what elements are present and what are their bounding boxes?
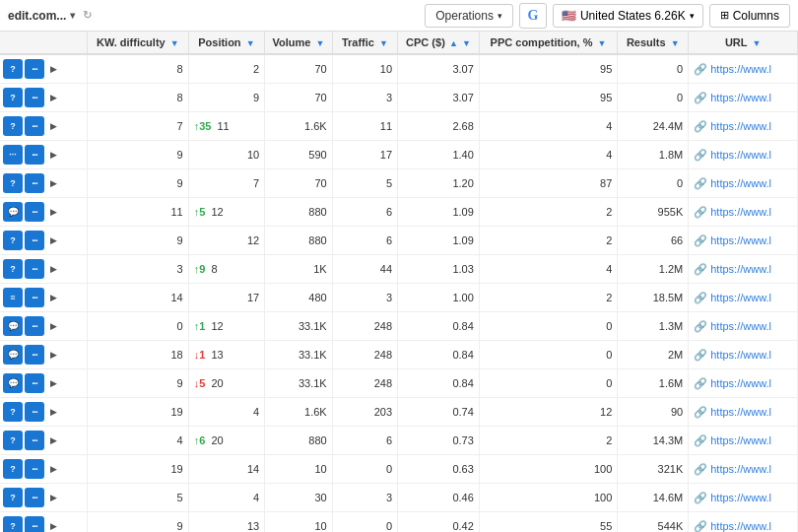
- row-more-btn[interactable]: ···: [25, 259, 44, 279]
- url-link[interactable]: https://www.l: [710, 120, 771, 132]
- row-expand-btn[interactable]: ▶: [46, 402, 60, 422]
- ppc-filter-icon[interactable]: ▼: [598, 38, 607, 48]
- row-expand-btn[interactable]: ▶: [46, 173, 60, 193]
- cell-url[interactable]: 🔗https://www.l: [689, 54, 798, 84]
- row-icon-1[interactable]: ?: [3, 231, 23, 250]
- row-icon-1[interactable]: ?: [3, 431, 23, 450]
- cell-url[interactable]: 🔗https://www.l: [689, 369, 798, 398]
- row-icon-1[interactable]: ?: [3, 488, 23, 507]
- row-icon-1[interactable]: ?: [3, 88, 23, 107]
- url-filter-icon[interactable]: ▼: [752, 38, 761, 48]
- row-expand-btn[interactable]: ▶: [46, 145, 60, 165]
- cell-url[interactable]: 🔗https://www.l: [689, 455, 798, 484]
- row-more-btn[interactable]: ···: [25, 402, 44, 422]
- url-link[interactable]: https://www.l: [710, 92, 771, 103]
- url-link[interactable]: https://www.l: [710, 177, 771, 189]
- row-icon-1[interactable]: ?: [3, 116, 23, 136]
- row-icon-1[interactable]: 💬: [3, 345, 23, 365]
- th-kw-difficulty[interactable]: KW. difficulty ▼: [88, 32, 189, 54]
- row-expand-btn[interactable]: ▶: [46, 516, 60, 532]
- cpc-sort-down[interactable]: ▼: [462, 38, 471, 48]
- row-icon-1[interactable]: ···: [3, 145, 23, 165]
- cell-url[interactable]: 🔗https://www.l: [689, 112, 798, 141]
- row-expand-btn[interactable]: ▶: [46, 316, 60, 336]
- row-expand-btn[interactable]: ▶: [46, 373, 60, 393]
- kw-filter-icon[interactable]: ▼: [170, 38, 179, 48]
- cell-url[interactable]: 🔗https://www.l: [689, 284, 798, 312]
- url-link[interactable]: https://www.l: [710, 149, 771, 161]
- row-icon-1[interactable]: ?: [3, 173, 23, 193]
- operations-button[interactable]: Operations ▾: [425, 4, 513, 28]
- cell-url[interactable]: 🔗https://www.l: [689, 169, 798, 198]
- row-more-btn[interactable]: ···: [25, 373, 44, 393]
- row-expand-btn[interactable]: ▶: [46, 345, 60, 365]
- row-more-btn[interactable]: ···: [25, 145, 44, 165]
- row-expand-btn[interactable]: ▶: [46, 59, 60, 79]
- cpc-sort-up[interactable]: ▲: [449, 38, 458, 48]
- traffic-filter-icon[interactable]: ▼: [379, 38, 388, 48]
- cell-url[interactable]: 🔗https://www.l: [689, 512, 798, 533]
- row-expand-btn[interactable]: ▶: [46, 431, 60, 450]
- url-link[interactable]: https://www.l: [710, 434, 771, 446]
- th-ppc[interactable]: PPC competition, % ▼: [479, 32, 617, 54]
- row-expand-btn[interactable]: ▶: [46, 202, 60, 222]
- cell-url[interactable]: 🔗https://www.l: [689, 398, 798, 427]
- cell-url[interactable]: 🔗https://www.l: [689, 341, 798, 369]
- url-link[interactable]: https://www.l: [710, 292, 771, 303]
- row-icon-1[interactable]: 💬: [3, 202, 23, 222]
- url-link[interactable]: https://www.l: [710, 377, 771, 389]
- row-more-btn[interactable]: ···: [25, 173, 44, 193]
- row-icon-1[interactable]: ?: [3, 59, 23, 79]
- cell-url[interactable]: 🔗https://www.l: [689, 227, 798, 255]
- cell-url[interactable]: 🔗https://www.l: [689, 484, 798, 512]
- url-link[interactable]: https://www.l: [710, 320, 771, 332]
- row-more-btn[interactable]: ···: [25, 288, 44, 307]
- row-icon-1[interactable]: ?: [3, 259, 23, 279]
- row-more-btn[interactable]: ···: [25, 345, 44, 365]
- th-url[interactable]: URL ▼: [689, 32, 798, 54]
- country-selector[interactable]: 🇺🇸 United States 6.26K ▾: [553, 4, 703, 28]
- url-link[interactable]: https://www.l: [710, 406, 771, 418]
- row-expand-btn[interactable]: ▶: [46, 459, 60, 479]
- url-link[interactable]: https://www.l: [710, 63, 771, 75]
- row-expand-btn[interactable]: ▶: [46, 231, 60, 250]
- row-more-btn[interactable]: ···: [25, 202, 44, 222]
- url-link[interactable]: https://www.l: [710, 520, 771, 532]
- row-more-btn[interactable]: ···: [25, 116, 44, 136]
- cell-url[interactable]: 🔗https://www.l: [689, 141, 798, 169]
- url-link[interactable]: https://www.l: [710, 349, 771, 361]
- row-more-btn[interactable]: ···: [25, 231, 44, 250]
- row-expand-btn[interactable]: ▶: [46, 116, 60, 136]
- url-link[interactable]: https://www.l: [710, 234, 771, 246]
- th-cpc[interactable]: CPC ($) ▲ ▼: [398, 32, 480, 54]
- row-more-btn[interactable]: ···: [25, 516, 44, 532]
- row-more-btn[interactable]: ···: [25, 316, 44, 336]
- row-expand-btn[interactable]: ▶: [46, 88, 60, 107]
- url-link[interactable]: https://www.l: [710, 463, 771, 475]
- row-expand-btn[interactable]: ▶: [46, 288, 60, 307]
- row-more-btn[interactable]: ···: [25, 88, 44, 107]
- row-icon-1[interactable]: 💬: [3, 316, 23, 336]
- row-expand-btn[interactable]: ▶: [46, 259, 60, 279]
- url-link[interactable]: https://www.l: [710, 492, 771, 503]
- cell-url[interactable]: 🔗https://www.l: [689, 312, 798, 341]
- columns-button[interactable]: ⊞ Columns: [709, 4, 790, 28]
- position-filter-icon[interactable]: ▼: [246, 38, 255, 48]
- url-link[interactable]: https://www.l: [710, 263, 771, 275]
- cell-url[interactable]: 🔗https://www.l: [689, 84, 798, 112]
- th-position[interactable]: Position ▼: [188, 32, 265, 54]
- row-more-btn[interactable]: ···: [25, 59, 44, 79]
- url-link[interactable]: https://www.l: [710, 206, 771, 218]
- row-more-btn[interactable]: ···: [25, 431, 44, 450]
- row-more-btn[interactable]: ···: [25, 488, 44, 507]
- row-expand-btn[interactable]: ▶: [46, 488, 60, 507]
- row-more-btn[interactable]: ···: [25, 459, 44, 479]
- results-filter-icon[interactable]: ▼: [671, 38, 680, 48]
- volume-filter-icon[interactable]: ▼: [315, 38, 324, 48]
- row-icon-1[interactable]: ≡: [3, 288, 23, 307]
- th-volume[interactable]: Volume ▼: [265, 32, 333, 54]
- row-icon-1[interactable]: ?: [3, 516, 23, 532]
- th-results[interactable]: Results ▼: [618, 32, 689, 54]
- cell-url[interactable]: 🔗https://www.l: [689, 198, 798, 227]
- google-button[interactable]: G: [519, 3, 547, 29]
